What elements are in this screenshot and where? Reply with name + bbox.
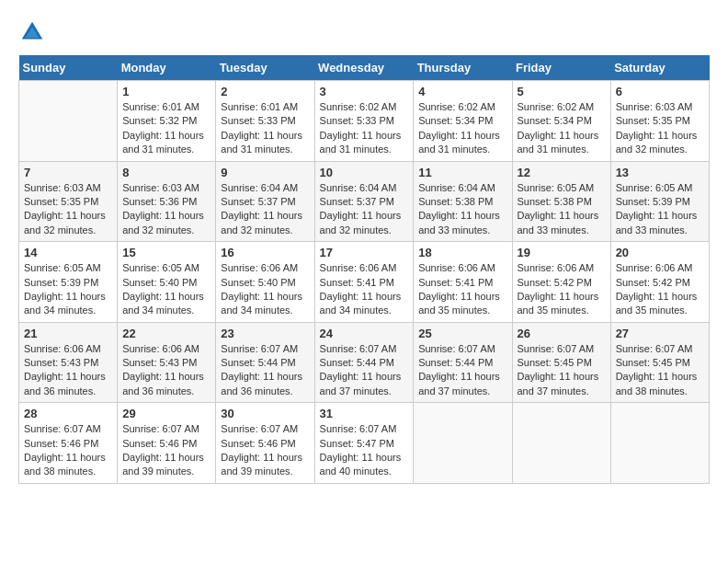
day-detail: Sunrise: 6:06 AMSunset: 5:43 PMDaylight:…: [122, 342, 210, 399]
day-number: 22: [122, 327, 210, 340]
day-detail: Sunrise: 6:07 AMSunset: 5:46 PMDaylight:…: [221, 422, 309, 479]
day-cell: 1 Sunrise: 6:01 AMSunset: 5:32 PMDayligh…: [118, 81, 216, 162]
day-cell: 11 Sunrise: 6:04 AMSunset: 5:38 PMDaylig…: [414, 161, 512, 242]
day-number: 30: [221, 407, 309, 420]
day-detail: Sunrise: 6:07 AMSunset: 5:44 PMDaylight:…: [221, 342, 309, 399]
day-cell: 22 Sunrise: 6:06 AMSunset: 5:43 PMDaylig…: [118, 322, 216, 403]
day-number: 31: [320, 407, 409, 420]
day-cell: 15 Sunrise: 6:05 AMSunset: 5:40 PMDaylig…: [118, 242, 216, 323]
day-cell: 16 Sunrise: 6:06 AMSunset: 5:40 PMDaylig…: [216, 242, 314, 323]
day-cell: 14 Sunrise: 6:05 AMSunset: 5:39 PMDaylig…: [19, 242, 118, 323]
week-row-5: 28 Sunrise: 6:07 AMSunset: 5:46 PMDaylig…: [19, 403, 710, 484]
day-number: 6: [616, 85, 704, 98]
day-number: 11: [418, 166, 506, 179]
week-row-3: 14 Sunrise: 6:05 AMSunset: 5:39 PMDaylig…: [19, 242, 710, 323]
day-detail: Sunrise: 6:06 AMSunset: 5:42 PMDaylight:…: [616, 261, 704, 318]
page-header: [18, 18, 710, 46]
day-number: 26: [518, 327, 606, 340]
day-cell: 3 Sunrise: 6:02 AMSunset: 5:33 PMDayligh…: [314, 81, 414, 162]
day-cell: 19 Sunrise: 6:06 AMSunset: 5:42 PMDaylig…: [512, 242, 610, 323]
day-detail: Sunrise: 6:02 AMSunset: 5:33 PMDaylight:…: [320, 100, 409, 157]
day-cell: [512, 403, 610, 484]
weekday-header-friday: Friday: [512, 55, 610, 81]
day-detail: Sunrise: 6:01 AMSunset: 5:32 PMDaylight:…: [122, 100, 210, 157]
day-cell: 17 Sunrise: 6:06 AMSunset: 5:41 PMDaylig…: [314, 242, 414, 323]
day-detail: Sunrise: 6:04 AMSunset: 5:37 PMDaylight:…: [221, 181, 309, 238]
day-number: 25: [418, 327, 506, 340]
day-detail: Sunrise: 6:01 AMSunset: 5:33 PMDaylight:…: [221, 100, 309, 157]
day-number: 3: [320, 85, 409, 98]
day-detail: Sunrise: 6:04 AMSunset: 5:38 PMDaylight:…: [418, 181, 506, 238]
day-number: 5: [518, 85, 606, 98]
day-number: 2: [221, 85, 309, 98]
day-number: 17: [320, 246, 409, 259]
day-cell: 4 Sunrise: 6:02 AMSunset: 5:34 PMDayligh…: [414, 81, 512, 162]
day-number: 23: [221, 327, 309, 340]
day-detail: Sunrise: 6:07 AMSunset: 5:45 PMDaylight:…: [616, 342, 704, 399]
day-detail: Sunrise: 6:05 AMSunset: 5:40 PMDaylight:…: [122, 261, 210, 318]
day-cell: 26 Sunrise: 6:07 AMSunset: 5:45 PMDaylig…: [512, 322, 610, 403]
day-detail: Sunrise: 6:06 AMSunset: 5:40 PMDaylight:…: [221, 261, 309, 318]
day-cell: [610, 403, 709, 484]
day-detail: Sunrise: 6:06 AMSunset: 5:41 PMDaylight:…: [418, 261, 506, 318]
weekday-header-thursday: Thursday: [414, 55, 512, 81]
day-number: 8: [122, 166, 210, 179]
logo: [18, 18, 50, 46]
day-detail: Sunrise: 6:03 AMSunset: 5:36 PMDaylight:…: [122, 181, 210, 238]
day-number: 21: [24, 327, 112, 340]
day-number: 19: [518, 246, 606, 259]
weekday-header-tuesday: Tuesday: [216, 55, 314, 81]
day-cell: 31 Sunrise: 6:07 AMSunset: 5:47 PMDaylig…: [314, 403, 414, 484]
day-number: 20: [616, 246, 704, 259]
weekday-header-sunday: Sunday: [19, 55, 118, 81]
day-number: 27: [616, 327, 704, 340]
week-row-2: 7 Sunrise: 6:03 AMSunset: 5:35 PMDayligh…: [19, 161, 710, 242]
day-cell: 29 Sunrise: 6:07 AMSunset: 5:46 PMDaylig…: [118, 403, 216, 484]
day-detail: Sunrise: 6:06 AMSunset: 5:41 PMDaylight:…: [320, 261, 409, 318]
day-cell: 2 Sunrise: 6:01 AMSunset: 5:33 PMDayligh…: [216, 81, 314, 162]
day-number: 16: [221, 246, 309, 259]
day-number: 7: [24, 166, 112, 179]
day-cell: 25 Sunrise: 6:07 AMSunset: 5:44 PMDaylig…: [414, 322, 512, 403]
day-number: 15: [122, 246, 210, 259]
day-cell: 12 Sunrise: 6:05 AMSunset: 5:38 PMDaylig…: [512, 161, 610, 242]
day-detail: Sunrise: 6:07 AMSunset: 5:45 PMDaylight:…: [518, 342, 606, 399]
day-detail: Sunrise: 6:05 AMSunset: 5:39 PMDaylight:…: [616, 181, 704, 238]
day-number: 29: [122, 407, 210, 420]
day-detail: Sunrise: 6:07 AMSunset: 5:46 PMDaylight:…: [122, 422, 210, 479]
day-detail: Sunrise: 6:07 AMSunset: 5:44 PMDaylight:…: [418, 342, 506, 399]
day-cell: [19, 81, 118, 162]
day-cell: 8 Sunrise: 6:03 AMSunset: 5:36 PMDayligh…: [118, 161, 216, 242]
day-cell: 6 Sunrise: 6:03 AMSunset: 5:35 PMDayligh…: [610, 81, 709, 162]
day-cell: 28 Sunrise: 6:07 AMSunset: 5:46 PMDaylig…: [19, 403, 118, 484]
day-cell: 30 Sunrise: 6:07 AMSunset: 5:46 PMDaylig…: [216, 403, 314, 484]
day-cell: 23 Sunrise: 6:07 AMSunset: 5:44 PMDaylig…: [216, 322, 314, 403]
day-cell: 10 Sunrise: 6:04 AMSunset: 5:37 PMDaylig…: [314, 161, 414, 242]
day-number: 24: [320, 327, 409, 340]
day-number: 14: [24, 246, 112, 259]
day-detail: Sunrise: 6:03 AMSunset: 5:35 PMDaylight:…: [24, 181, 112, 238]
day-detail: Sunrise: 6:07 AMSunset: 5:46 PMDaylight:…: [24, 422, 112, 479]
day-cell: 21 Sunrise: 6:06 AMSunset: 5:43 PMDaylig…: [19, 322, 118, 403]
day-detail: Sunrise: 6:06 AMSunset: 5:42 PMDaylight:…: [518, 261, 606, 318]
day-cell: 9 Sunrise: 6:04 AMSunset: 5:37 PMDayligh…: [216, 161, 314, 242]
day-number: 12: [518, 166, 606, 179]
day-detail: Sunrise: 6:04 AMSunset: 5:37 PMDaylight:…: [320, 181, 409, 238]
day-detail: Sunrise: 6:02 AMSunset: 5:34 PMDaylight:…: [418, 100, 506, 157]
week-row-4: 21 Sunrise: 6:06 AMSunset: 5:43 PMDaylig…: [19, 322, 710, 403]
day-cell: 5 Sunrise: 6:02 AMSunset: 5:34 PMDayligh…: [512, 81, 610, 162]
day-detail: Sunrise: 6:03 AMSunset: 5:35 PMDaylight:…: [616, 100, 704, 157]
day-cell: 18 Sunrise: 6:06 AMSunset: 5:41 PMDaylig…: [414, 242, 512, 323]
day-number: 9: [221, 166, 309, 179]
logo-icon: [18, 18, 46, 46]
weekday-header-saturday: Saturday: [610, 55, 709, 81]
weekday-header-row: SundayMondayTuesdayWednesdayThursdayFrid…: [19, 55, 710, 81]
day-number: 4: [418, 85, 506, 98]
day-cell: [414, 403, 512, 484]
day-cell: 27 Sunrise: 6:07 AMSunset: 5:45 PMDaylig…: [610, 322, 709, 403]
day-number: 10: [320, 166, 409, 179]
day-detail: Sunrise: 6:05 AMSunset: 5:38 PMDaylight:…: [518, 181, 606, 238]
day-detail: Sunrise: 6:06 AMSunset: 5:43 PMDaylight:…: [24, 342, 112, 399]
calendar-table: SundayMondayTuesdayWednesdayThursdayFrid…: [18, 55, 710, 484]
day-cell: 7 Sunrise: 6:03 AMSunset: 5:35 PMDayligh…: [19, 161, 118, 242]
